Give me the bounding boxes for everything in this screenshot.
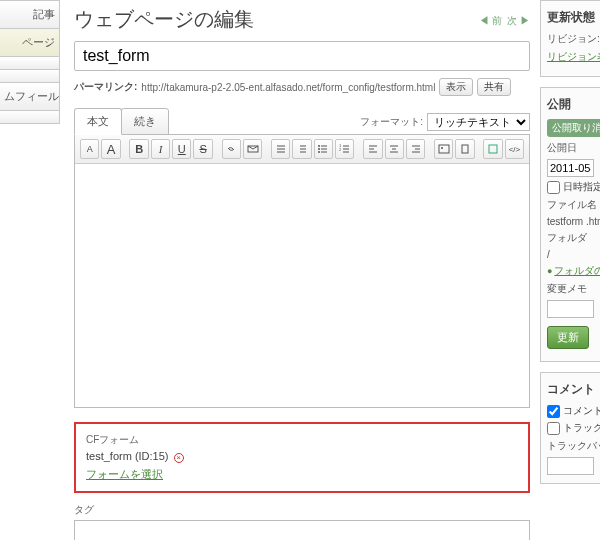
indent-in-icon[interactable] [292,139,311,159]
memo-input[interactable] [547,300,594,318]
fontsize-minus-icon[interactable]: A [80,139,99,159]
tag-section: タグ [74,503,530,540]
page-title: ウェブページの編集 [74,6,254,33]
trackback-label: トラックバッ [547,439,594,453]
ol-icon[interactable]: 12 [335,139,354,159]
permalink-row: パーマリンク: http://takamura-p2-2.05-ent.alfa… [74,78,530,96]
publish-date-label: 公開日 [547,141,594,155]
image-icon[interactable] [434,139,453,159]
comment-panel-title: コメント [547,381,594,398]
editor-textarea[interactable] [75,164,529,404]
svg-point-3 [318,151,320,153]
svg-rect-6 [439,145,449,153]
cf-form-box: CFフォーム test_form (ID:15) × フォームを選択 [74,422,530,493]
cf-form-title: CFフォーム [86,432,518,448]
status-panel-title: 更新状態 [547,9,594,26]
right-sidebar: 更新状態 リビジョン:20 リビジョン表示 公開 公開取り消し 公開日 日時指定… [540,0,600,540]
side-tab-customfield[interactable]: ムフィールド [0,82,60,111]
revision-label: リビジョン: [547,33,600,44]
tag-label: タグ [74,503,530,517]
trackback-input[interactable] [547,457,594,475]
publish-panel-title: 公開 [547,96,594,113]
side-tab-pages[interactable]: ページ [0,28,60,57]
main-column: ウェブページの編集 ◀ 前 次 ▶ パーマリンク: http://takamur… [60,0,540,540]
indent-out-icon[interactable] [271,139,290,159]
editor-toolbar: A A B I U S 12 [75,135,529,164]
next-link[interactable]: 次 ▶ [507,15,530,26]
format-select[interactable]: リッチテキスト [427,113,530,131]
update-button[interactable]: 更新 [547,326,589,349]
file-icon[interactable] [455,139,474,159]
revision-link[interactable]: リビジョン表示 [547,51,600,62]
svg-point-7 [441,147,443,149]
strike-icon[interactable]: S [193,139,212,159]
publish-date-input[interactable] [547,159,594,177]
side-tab-2[interactable] [0,56,60,70]
email-icon[interactable] [243,139,262,159]
side-tab-articles[interactable]: 記事 [0,0,60,29]
pager: ◀ 前 次 ▶ [479,14,530,28]
fullscreen-icon[interactable] [483,139,502,159]
accept-trackback-checkbox[interactable] [547,422,560,435]
view-button[interactable]: 表示 [439,78,473,96]
schedule-label: 日時指定 [563,180,600,194]
tab-body[interactable]: 本文 [74,108,122,135]
ul-icon[interactable] [314,139,333,159]
folder-change-link[interactable]: フォルダの変 [554,265,600,276]
filename-value: testform .html [547,216,594,227]
align-left-icon[interactable] [363,139,382,159]
schedule-checkbox[interactable] [547,181,560,194]
cf-form-delete-icon[interactable]: × [174,453,184,463]
tag-input[interactable] [74,520,530,540]
html-icon[interactable]: </> [505,139,524,159]
left-sidebar: 記事 ページ ムフィールド [0,0,60,540]
memo-label: 変更メモ [547,282,594,296]
share-button[interactable]: 共有 [477,78,511,96]
accept-trackback-label: トラックバ [563,421,600,435]
editor-box: A A B I U S 12 [74,134,530,408]
cf-form-select-link[interactable]: フォームを選択 [86,468,163,480]
unpublish-button[interactable]: 公開取り消し [547,119,600,137]
fontsize-plus-icon[interactable]: A [101,139,120,159]
permalink-label: パーマリンク: [74,80,137,94]
permalink-url: http://takamura-p2-2.05-ent.alfasado.net… [141,82,435,93]
svg-rect-9 [489,145,497,153]
filename-label: ファイル名 [547,198,594,212]
editor-tabs: 本文 続き [74,108,168,135]
italic-icon[interactable]: I [151,139,170,159]
format-label: フォーマット: [360,115,423,129]
align-center-icon[interactable] [385,139,404,159]
svg-rect-8 [462,145,468,153]
link-icon[interactable] [222,139,241,159]
tab-more[interactable]: 続き [121,108,169,135]
bold-icon[interactable]: B [129,139,148,159]
title-input[interactable] [74,41,530,71]
svg-text:2: 2 [339,147,342,152]
comment-panel: コメント コメントを トラックバ トラックバッ [540,372,600,484]
status-panel: 更新状態 リビジョン:20 リビジョン表示 [540,0,600,77]
accept-comment-label: コメントを [563,404,600,418]
prev-link[interactable]: ◀ 前 [479,15,502,26]
side-tab-3[interactable] [0,69,60,83]
underline-icon[interactable]: U [172,139,191,159]
folder-label: フォルダ [547,231,594,245]
format-row: フォーマット: リッチテキスト [360,113,530,131]
side-tab-5[interactable] [0,110,60,124]
publish-panel: 公開 公開取り消し 公開日 日時指定 ファイル名 testform .html … [540,87,600,362]
accept-comment-checkbox[interactable] [547,405,560,418]
align-right-icon[interactable] [406,139,425,159]
svg-point-1 [318,145,320,147]
cf-form-item: test_form (ID:15) [86,450,169,462]
svg-point-2 [318,148,320,150]
bullet-icon: ● [547,266,552,276]
folder-path: / [547,249,594,260]
